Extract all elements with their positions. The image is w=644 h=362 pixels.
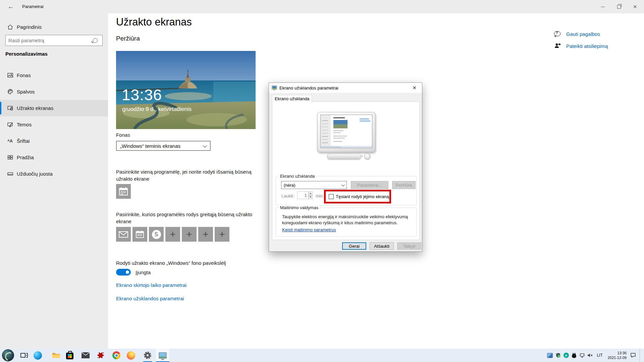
sidebar-item-taskbar[interactable]: Užduočių juosta (0, 166, 108, 182)
action-center-icon[interactable] (630, 353, 636, 358)
plus-icon: + (170, 229, 176, 239)
toggle-state-label: Įjungta (136, 269, 151, 275)
dialog-tab-page: Ekrano užsklanda (nėra) Parametrai... Pe… (272, 102, 420, 240)
feedback-link[interactable]: Pateikti atsiliepimą (566, 43, 608, 49)
background-label: Fonas (116, 132, 130, 138)
search-box[interactable] (5, 35, 103, 46)
background-dropdown[interactable]: „Windows“ teminis ekranas (116, 141, 211, 151)
show-background-text: Rodyti užrakto ekrano „Windows“ fono pav… (116, 260, 226, 266)
quick-status-add-button[interactable]: + (198, 227, 213, 242)
resume-logon-checkbox-label[interactable]: Tęsiant rodyti įėjimo ekraną (336, 194, 389, 199)
show-background-toggle[interactable] (116, 269, 131, 276)
edge-button[interactable] (31, 349, 44, 362)
screensaver-dialog: Ekrano užsklandos parametrai ✕ Ekrano už… (269, 82, 422, 252)
apply-button[interactable]: Taikyti (397, 242, 421, 250)
antivirus-icon[interactable]: e (563, 353, 569, 358)
tab-screensaver[interactable]: Ekrano užsklanda (272, 95, 312, 102)
monitor-screen (320, 115, 372, 148)
sidebar-item-background[interactable]: Fonas (0, 67, 108, 83)
tray-app-icon[interactable] (547, 353, 553, 358)
sidebar-item-fonts[interactable]: ᴬA Šriftai (0, 133, 108, 149)
calendar-icon (136, 231, 144, 238)
power-description: Taupykite elektros energiją ir maksimizu… (282, 214, 414, 226)
store-button[interactable] (63, 349, 76, 362)
ok-button[interactable]: Gerai (342, 242, 366, 250)
screensaver-settings-link[interactable]: Ekrano užsklandos parametrai (116, 296, 184, 301)
spinner-up-button[interactable] (309, 191, 313, 195)
language-indicator[interactable]: LIT (595, 353, 604, 358)
close-icon: ✕ (413, 85, 417, 90)
sidebar-item-colors[interactable]: Spalvos (0, 83, 108, 100)
firefox-icon (127, 351, 135, 360)
task-view-button[interactable] (17, 349, 31, 362)
tray-time: 13:36 (608, 351, 627, 355)
gear-icon (144, 352, 151, 359)
quick-status-mail-button[interactable] (116, 227, 131, 242)
quick-status-add-button[interactable]: + (182, 227, 197, 242)
search-input[interactable] (6, 38, 93, 43)
tray-utility-icon[interactable] (571, 353, 577, 358)
feedback-link-row[interactable]: Pateikti atsiliepimą (554, 42, 608, 50)
screensaver-dropdown[interactable]: (nėra) (281, 181, 347, 189)
plus-icon: + (186, 229, 192, 239)
screen-timeout-link[interactable]: Ekrano skirtojo laiko parametrai (116, 282, 186, 288)
sidebar-item-lock-screen[interactable]: Užrakto ekranas (0, 100, 108, 116)
cancel-button[interactable]: Atšaukti (370, 242, 394, 250)
volume-muted-icon[interactable] (587, 353, 593, 358)
quick-status-add-button[interactable]: + (165, 227, 180, 242)
file-explorer-icon (52, 352, 60, 359)
network-icon[interactable] (579, 353, 585, 358)
tray-date: 2021-12-09 (608, 355, 627, 360)
quick-status-row: S + + + + (116, 227, 229, 242)
sidebar-item-themes[interactable]: Temos (0, 116, 108, 133)
toggle-row: Įjungta (116, 269, 151, 276)
skype-icon: S (152, 230, 161, 239)
quick-status-calendar-button[interactable] (132, 227, 147, 242)
quick-status-add-button[interactable]: + (215, 227, 229, 242)
screensaver-dialog-taskbar-button[interactable] (156, 349, 169, 362)
close-button[interactable]: ✕ (627, 0, 643, 13)
task-view-icon (20, 352, 28, 358)
sidebar-item-home[interactable]: Pagrindinis (0, 19, 108, 35)
resume-logon-checkbox[interactable] (329, 194, 334, 199)
paint-app-button[interactable] (94, 349, 107, 362)
settings-app-button[interactable] (141, 349, 154, 362)
screensaver-preview-button[interactable]: Peržiūra (392, 181, 416, 189)
detailed-status-app-button[interactable] (116, 184, 131, 199)
wait-spinner (309, 191, 313, 199)
dialog-titlebar[interactable]: Ekrano užsklandos parametrai ✕ (269, 83, 422, 93)
window-title: Parametrai (22, 0, 44, 13)
sidebar-item-start[interactable]: Pradžia (0, 149, 108, 166)
show-desktop-button[interactable] (640, 349, 641, 362)
desktop: ← Parametrai ✕ Pagrindinis Personalizavi… (0, 0, 644, 362)
search-icon[interactable] (93, 38, 98, 43)
arrow-down-icon (310, 196, 312, 198)
wait-minutes-input[interactable]: 1 (297, 191, 309, 199)
tray-clock[interactable]: 13:36 2021-12-09 (606, 351, 628, 360)
get-help-link[interactable]: Gauti pagalbos (566, 31, 600, 37)
chrome-icon (112, 351, 120, 359)
minimize-button[interactable] (595, 0, 610, 13)
plus-icon: + (219, 229, 225, 239)
mini-sidebar (321, 115, 331, 148)
security-shield-icon[interactable] (555, 353, 561, 358)
help-bubble-icon (554, 30, 561, 38)
store-icon (66, 353, 73, 359)
spinner-down-button[interactable] (309, 195, 313, 199)
screensaver-settings-button[interactable]: Parametrai... (351, 181, 388, 189)
taskbar: e LIT 13:36 2021-12-09 (0, 349, 644, 362)
quick-status-skype-button[interactable]: S (149, 227, 164, 242)
chrome-button[interactable] (110, 349, 123, 362)
detailed-status-text: Pasirinkite vieną programėlę, jei norite… (116, 168, 261, 182)
mail-button[interactable] (79, 349, 92, 362)
get-help-link-row[interactable]: Gauti pagalbos (554, 30, 608, 38)
sidebar: Pagrindinis Personalizavimas Fonas Spalv… (0, 13, 108, 349)
calendar-icon (119, 187, 128, 195)
restore-button[interactable] (611, 0, 627, 13)
change-power-settings-link[interactable]: Keisti maitinimo parametrus (282, 227, 336, 232)
firefox-button[interactable] (124, 349, 138, 362)
dialog-close-button[interactable]: ✕ (407, 83, 422, 93)
back-icon[interactable]: ← (5, 2, 17, 11)
file-explorer-button[interactable] (49, 349, 63, 362)
start-button[interactable] (2, 349, 14, 361)
